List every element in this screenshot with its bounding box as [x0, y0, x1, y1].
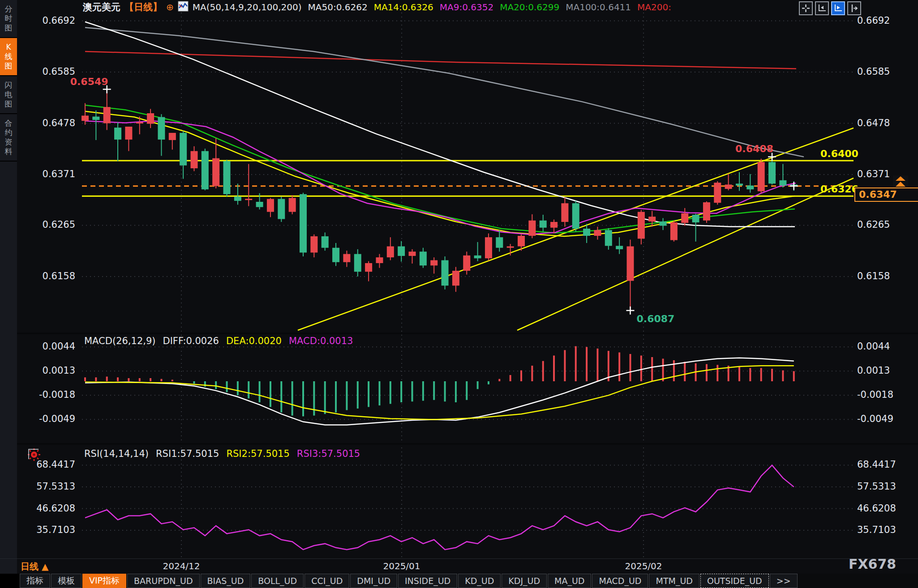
- candle-body[interactable]: [528, 221, 536, 236]
- sidebar-item-0[interactable]: 分时图: [0, 0, 17, 38]
- candle-body[interactable]: [572, 203, 579, 229]
- indicator-tab-KDJUD[interactable]: KDJ_UD: [502, 574, 547, 588]
- axis-scale-left-icon[interactable]: [815, 1, 829, 15]
- candle-body[interactable]: [627, 247, 634, 281]
- candle-body[interactable]: [746, 186, 754, 190]
- candle-body[interactable]: [507, 247, 514, 248]
- candle-body[interactable]: [703, 202, 710, 221]
- candle-body[interactable]: [310, 236, 317, 252]
- indicator-tab-MAUD[interactable]: MA_UD: [548, 574, 591, 588]
- candle-body[interactable]: [616, 246, 623, 249]
- indicator-tab-BIASUD[interactable]: BIAS_UD: [201, 574, 251, 588]
- trendline[interactable]: [517, 178, 854, 330]
- candle-body[interactable]: [540, 221, 547, 228]
- macd-diff-value: DIFF:0.0026: [163, 336, 219, 346]
- candle-body[interactable]: [300, 194, 307, 253]
- candle-body[interactable]: [681, 213, 688, 223]
- indicator-tab-[interactable]: 模板: [51, 574, 82, 588]
- indicator-tab-DMIUD[interactable]: DMI_UD: [350, 574, 397, 588]
- candle-body[interactable]: [670, 222, 678, 240]
- candle-body[interactable]: [442, 260, 449, 286]
- candle-body[interactable]: [692, 215, 699, 222]
- indicator-tab-KDUD[interactable]: KD_UD: [458, 574, 501, 588]
- candle-body[interactable]: [125, 127, 132, 140]
- candle-body[interactable]: [202, 151, 209, 190]
- chart-canvas[interactable]: [0, 0, 918, 588]
- candle-body[interactable]: [92, 117, 99, 120]
- candle-body[interactable]: [180, 133, 187, 166]
- candle-body[interactable]: [191, 151, 198, 169]
- sidebar-item-2[interactable]: 闪电图: [0, 76, 17, 114]
- candle-body[interactable]: [398, 247, 405, 256]
- candle-body[interactable]: [387, 247, 394, 258]
- candle-body[interactable]: [463, 256, 470, 271]
- candle-body[interactable]: [779, 180, 786, 186]
- candle-body[interactable]: [332, 248, 339, 262]
- price-axis-tick: 0.6585: [857, 66, 890, 77]
- alarm-icon: [33, 453, 35, 456]
- candle-body[interactable]: [594, 230, 601, 236]
- candle-body[interactable]: [409, 251, 416, 256]
- candle-body[interactable]: [223, 161, 231, 194]
- candle-body[interactable]: [758, 162, 765, 191]
- candle-body[interactable]: [343, 254, 350, 262]
- candle-body[interactable]: [289, 198, 296, 212]
- candle-body[interactable]: [496, 237, 503, 248]
- candle-body[interactable]: [485, 237, 492, 258]
- indicator-tab-[interactable]: 指标: [20, 574, 50, 588]
- candle-body[interactable]: [583, 229, 590, 236]
- candle-body[interactable]: [660, 222, 667, 226]
- candle-body[interactable]: [561, 203, 568, 222]
- crosshair-pan-icon[interactable]: [799, 1, 813, 15]
- candle-body[interactable]: [452, 271, 459, 285]
- candle-body[interactable]: [725, 184, 732, 189]
- candle-body[interactable]: [430, 260, 438, 266]
- indicator-tab-VIP[interactable]: VIP指标: [82, 574, 126, 588]
- candle-body[interactable]: [638, 212, 645, 239]
- candle-body[interactable]: [518, 236, 525, 247]
- candle-body[interactable]: [256, 202, 263, 207]
- rsi-axis-tick: 35.7103: [17, 524, 75, 535]
- axis-shift-icon[interactable]: [847, 1, 861, 15]
- candle-body[interactable]: [103, 107, 111, 123]
- candle-body[interactable]: [212, 158, 219, 186]
- indicator-tab-BOLLUD[interactable]: BOLL_UD: [251, 574, 304, 588]
- candle-body[interactable]: [234, 196, 241, 201]
- candle-body[interactable]: [420, 251, 427, 265]
- candle-body[interactable]: [354, 254, 361, 272]
- candle-body[interactable]: [376, 257, 383, 263]
- candle-body[interactable]: [169, 133, 176, 140]
- circle-plus-icon[interactable]: ⊕: [166, 2, 174, 13]
- candle-body[interactable]: [158, 117, 165, 140]
- period-selector[interactable]: 日线 ▲: [21, 561, 48, 573]
- indicator-tab-CCIUD[interactable]: CCI_UD: [305, 574, 349, 588]
- indicator-tab->>[interactable]: >>: [770, 574, 798, 588]
- candle-body[interactable]: [278, 199, 285, 219]
- candle-body[interactable]: [768, 162, 776, 183]
- indicator-tab-BARUPDNUD[interactable]: BARUPDN_UD: [127, 574, 199, 588]
- candle-body[interactable]: [736, 183, 743, 185]
- axis-scale-play-icon[interactable]: [831, 1, 845, 15]
- candle-body[interactable]: [82, 115, 89, 121]
- candle-body[interactable]: [365, 263, 372, 272]
- indicator-tab-OUTSIDEUD[interactable]: OUTSIDE_UD: [700, 574, 769, 588]
- candle-body[interactable]: [267, 199, 274, 212]
- indicator-tab-MTMUD[interactable]: MTM_UD: [649, 574, 699, 588]
- macd-axis-tick: 0.0013: [17, 365, 75, 376]
- candle-body[interactable]: [147, 113, 154, 124]
- candle-body[interactable]: [605, 230, 612, 246]
- rsi-axis-tick: 57.5313: [857, 481, 896, 492]
- candle-body[interactable]: [114, 128, 121, 140]
- date-axis-label: 2025/01: [383, 561, 420, 571]
- candlestick-chart-icon[interactable]: [178, 1, 189, 13]
- alarm-icon-ray: [30, 450, 31, 452]
- indicator-tab-MACDUD[interactable]: MACD_UD: [592, 574, 648, 588]
- indicator-tab-INSIDEUD[interactable]: INSIDE_UD: [398, 574, 457, 588]
- candle-body[interactable]: [474, 256, 481, 258]
- sidebar-item-3[interactable]: 合约资料: [0, 114, 17, 162]
- candle-body[interactable]: [550, 222, 558, 228]
- sidebar-item-1[interactable]: K线图: [0, 38, 17, 76]
- candle-body[interactable]: [714, 183, 721, 203]
- candle-body[interactable]: [648, 217, 656, 222]
- candle-body[interactable]: [322, 236, 329, 248]
